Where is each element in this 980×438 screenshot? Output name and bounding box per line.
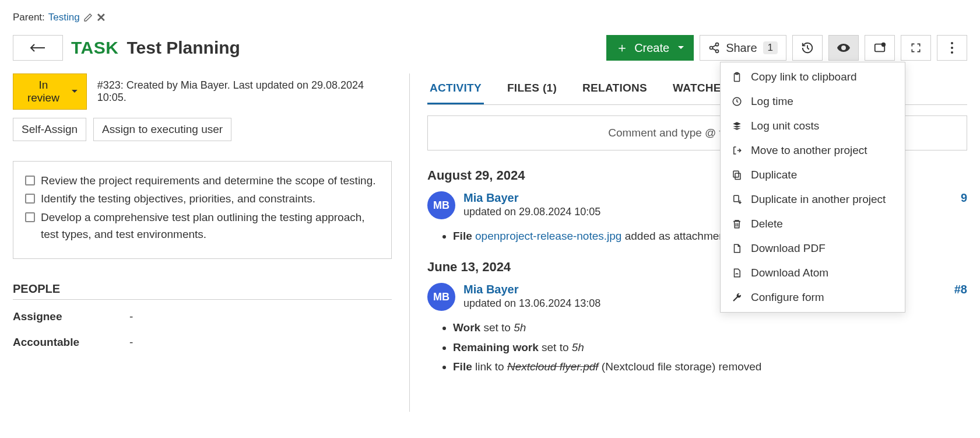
more-menu-dropdown: Copy link to clipboard Log time Log unit… bbox=[720, 62, 905, 313]
accountable-label: Accountable bbox=[13, 336, 129, 349]
svg-point-6 bbox=[951, 47, 953, 49]
change-text: set to bbox=[539, 341, 572, 353]
menu-configure-form[interactable]: Configure form bbox=[721, 285, 905, 310]
tab-relations[interactable]: RELATIONS bbox=[580, 73, 649, 104]
accountable-value[interactable]: - bbox=[129, 336, 133, 349]
menu-label: Download Atom bbox=[751, 267, 828, 279]
assignee-label: Assignee bbox=[13, 310, 129, 323]
share-icon bbox=[708, 42, 720, 54]
notification-button[interactable] bbox=[865, 35, 895, 61]
trash-icon bbox=[731, 219, 743, 229]
share-button[interactable]: Share 1 bbox=[700, 35, 786, 61]
chevron-down-icon bbox=[71, 89, 78, 94]
more-menu-button[interactable] bbox=[937, 35, 967, 61]
menu-label: Configure form bbox=[751, 291, 824, 304]
checklist-text: Review the project requirements and dete… bbox=[41, 172, 376, 189]
page-title[interactable]: Test Planning bbox=[127, 38, 240, 58]
menu-label: Move to another project bbox=[751, 144, 867, 157]
edit-parent-icon[interactable] bbox=[83, 13, 93, 22]
status-value: In review bbox=[22, 79, 65, 104]
checkbox-icon[interactable] bbox=[25, 212, 35, 222]
menu-download-pdf[interactable]: Download PDF bbox=[721, 236, 905, 261]
svg-rect-13 bbox=[734, 195, 739, 202]
back-button[interactable] bbox=[13, 35, 63, 61]
change-prefix: File bbox=[453, 230, 475, 242]
move-icon bbox=[731, 145, 743, 156]
menu-label: Log time bbox=[751, 95, 793, 108]
chevron-down-icon bbox=[677, 45, 684, 50]
tab-activity[interactable]: ACTIVITY bbox=[427, 73, 484, 104]
checkbox-icon[interactable] bbox=[25, 176, 35, 185]
menu-label: Log unit costs bbox=[751, 120, 819, 132]
clock-icon bbox=[731, 96, 743, 107]
change-bold: Work bbox=[453, 321, 480, 334]
svg-point-0 bbox=[716, 43, 719, 46]
menu-delete[interactable]: Delete bbox=[721, 212, 905, 236]
menu-duplicate-project[interactable]: Duplicate in another project bbox=[721, 187, 905, 212]
checklist-item[interactable]: Review the project requirements and dete… bbox=[25, 172, 380, 189]
parent-label: Parent: bbox=[13, 12, 45, 23]
copy-icon bbox=[731, 170, 743, 180]
menu-log-unit-costs[interactable]: Log unit costs bbox=[721, 114, 905, 138]
menu-move-project[interactable]: Move to another project bbox=[721, 138, 905, 163]
svg-rect-11 bbox=[735, 173, 740, 180]
change-link[interactable]: openproject-release-notes.jpg bbox=[475, 230, 621, 242]
plus-icon: ＋ bbox=[616, 39, 628, 57]
change-text: link to bbox=[472, 360, 507, 373]
watch-button[interactable] bbox=[828, 35, 859, 61]
create-label: Create bbox=[634, 41, 669, 55]
share-count: 1 bbox=[763, 41, 778, 54]
change-bold: Remaining work bbox=[453, 341, 539, 353]
change-italic: 5h bbox=[514, 321, 526, 334]
menu-label: Duplicate in another project bbox=[751, 193, 886, 206]
assign-executing-button[interactable]: Assign to executing user bbox=[93, 118, 231, 141]
svg-point-2 bbox=[716, 50, 719, 52]
change-suffix: (Nextcloud file storage) removed bbox=[599, 360, 762, 373]
parent-link[interactable]: Testing bbox=[48, 12, 80, 23]
avatar[interactable]: MB bbox=[427, 191, 455, 219]
svg-point-5 bbox=[951, 42, 953, 44]
svg-point-4 bbox=[882, 43, 886, 47]
change-strike: Nextcloud flyer.pdf bbox=[507, 360, 599, 373]
menu-download-atom[interactable]: Download Atom bbox=[721, 261, 905, 285]
description-box[interactable]: Review the project requirements and dete… bbox=[13, 161, 392, 259]
menu-label: Download PDF bbox=[751, 242, 826, 255]
people-heading: PEOPLE bbox=[13, 282, 392, 300]
history-button[interactable] bbox=[792, 35, 823, 61]
change-item: File link to Nextcloud flyer.pdf (Nextcl… bbox=[453, 358, 967, 375]
change-bold: File bbox=[453, 360, 472, 373]
menu-copy-link[interactable]: Copy link to clipboard bbox=[721, 65, 905, 89]
change-suffix: added as attachment bbox=[621, 230, 728, 242]
svg-point-7 bbox=[951, 51, 953, 54]
work-package-type: TASK bbox=[71, 38, 118, 58]
change-item: Work set to 5h bbox=[453, 319, 967, 336]
checklist-item[interactable]: Identify the testing objectives, priorit… bbox=[25, 190, 380, 207]
svg-rect-12 bbox=[733, 171, 739, 177]
change-item: Remaining work set to 5h bbox=[453, 339, 967, 356]
fullscreen-button[interactable] bbox=[901, 35, 931, 61]
stack-icon bbox=[731, 121, 743, 131]
avatar[interactable]: MB bbox=[427, 283, 455, 311]
activity-num[interactable]: #8 bbox=[954, 283, 967, 296]
assignee-value[interactable]: - bbox=[129, 310, 133, 323]
status-dropdown[interactable]: In review bbox=[13, 73, 87, 110]
copy-project-icon bbox=[731, 194, 743, 205]
self-assign-button[interactable]: Self-Assign bbox=[13, 118, 86, 141]
change-italic: 5h bbox=[572, 341, 584, 353]
close-parent-icon[interactable]: ✕ bbox=[96, 10, 106, 24]
checklist-item[interactable]: Develop a comprehensive test plan outlin… bbox=[25, 209, 380, 243]
checklist-text: Develop a comprehensive test plan outlin… bbox=[41, 209, 380, 243]
checkbox-icon[interactable] bbox=[25, 194, 35, 204]
tab-files[interactable]: FILES (1) bbox=[505, 73, 559, 104]
meta-text: #323: Created by Mia Bayer. Last updated… bbox=[97, 79, 392, 104]
activity-num[interactable]: 9 bbox=[961, 191, 967, 205]
checklist-text: Identify the testing objectives, priorit… bbox=[41, 190, 315, 207]
share-label: Share bbox=[726, 41, 757, 55]
change-text: set to bbox=[480, 321, 514, 334]
create-button[interactable]: ＋ Create bbox=[606, 35, 694, 61]
menu-duplicate[interactable]: Duplicate bbox=[721, 163, 905, 187]
change-list: Work set to 5h Remaining work set to 5h … bbox=[427, 319, 967, 375]
menu-log-time[interactable]: Log time bbox=[721, 89, 905, 114]
vertical-divider bbox=[409, 73, 410, 412]
pdf-icon bbox=[731, 243, 743, 254]
